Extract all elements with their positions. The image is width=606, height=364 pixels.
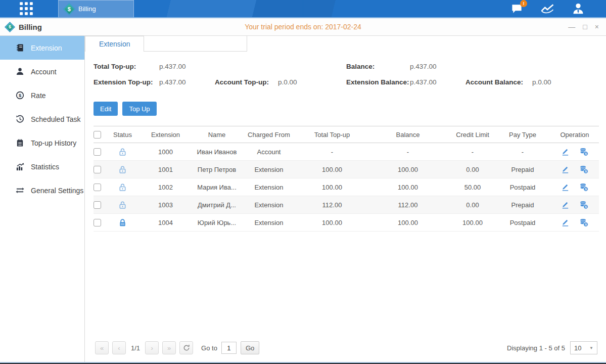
table-row[interactable]: 1001 Петр Петров Extension 100.00 100.00…	[94, 161, 599, 178]
column-header-extension: Extension	[136, 131, 195, 139]
billing-window-icon: $	[5, 21, 15, 32]
edit-button[interactable]: Edit	[94, 102, 118, 116]
balance-cell: 112.00	[365, 201, 450, 209]
page-size-select[interactable]: 10 ▼	[570, 341, 597, 354]
table-row[interactable]: 1003 Дмитрий Д... Extension 112.00 112.0…	[94, 196, 599, 214]
topup-coins-icon[interactable]: $	[579, 218, 589, 228]
total-topup-label: Total Top-up:	[94, 63, 159, 70]
sidebar-item-general-settings[interactable]: General Settings	[0, 178, 84, 202]
charged-from-cell: Extension	[239, 201, 299, 209]
pay-type-cell: -	[495, 148, 550, 156]
edit-icon[interactable]	[561, 165, 570, 174]
refresh-button[interactable]	[179, 341, 193, 354]
goto-label: Go to	[201, 344, 217, 352]
table-row[interactable]: 1004 Юрий Юрь... Extension 100.00 100.00…	[94, 214, 599, 232]
tab-strip: Extension	[85, 36, 606, 52]
edit-icon[interactable]	[561, 147, 570, 157]
topup-coins-icon[interactable]: $	[579, 183, 589, 192]
sidebar-item-topup-history[interactable]: Top-up History	[0, 131, 84, 155]
row-checkbox[interactable]	[94, 219, 101, 226]
minimize-icon[interactable]: —	[568, 23, 575, 30]
total-topup-cell: 100.00	[299, 166, 365, 173]
pay-type-cell: Postpaid	[495, 219, 550, 226]
sidebar-item-extension[interactable]: Extension	[0, 36, 84, 60]
status-lock-icon	[118, 218, 127, 227]
account-balance-value: p.0.00	[532, 78, 599, 86]
billing-window: $ Billing !	[0, 0, 606, 364]
edit-icon[interactable]	[561, 183, 570, 192]
prev-page-button[interactable]: ‹	[112, 341, 126, 354]
pay-type-cell: Postpaid	[495, 184, 550, 191]
sidebar-item-rate[interactable]: $ Rate	[0, 83, 84, 107]
maximize-icon[interactable]: □	[583, 23, 587, 30]
close-icon[interactable]: ×	[595, 23, 599, 30]
edit-icon[interactable]	[561, 218, 570, 228]
row-checkbox[interactable]	[94, 148, 101, 156]
total-topup-cell: 100.00	[299, 184, 365, 191]
sidebar-item-account[interactable]: Account	[0, 60, 84, 83]
next-page-button[interactable]: ›	[145, 341, 159, 354]
total-topup-cell: 112.00	[299, 201, 365, 209]
balance-value: p.437.00	[410, 63, 465, 70]
last-page-button[interactable]: »	[162, 341, 176, 354]
page-indicator: 1/1	[131, 344, 140, 352]
svg-text:$: $	[585, 222, 587, 226]
tab-extension[interactable]: Extension	[85, 36, 144, 52]
table-row[interactable]: 1000 Иван Иванов Account - - - - $	[94, 143, 599, 161]
trial-notice: Your trial period ends on: 2017-02-24	[0, 23, 606, 31]
balance-cell: 100.00	[365, 184, 450, 191]
extension-cell: 1004	[136, 219, 195, 226]
sidebar-item-scheduled-task[interactable]: Scheduled Task	[0, 107, 84, 131]
dollar-circle-icon: $	[15, 91, 24, 100]
row-checkbox[interactable]	[94, 166, 101, 173]
status-lock-icon	[118, 148, 127, 156]
displaying-text: Displaying 1 - 5 of 5	[507, 344, 565, 352]
sidebar-item-label: Scheduled Task	[31, 115, 81, 123]
column-header-credit-limit: Credit Limit	[450, 131, 495, 139]
table-row[interactable]: 1002 Мария Ива... Extension 100.00 100.0…	[94, 178, 599, 196]
swap-arrows-icon	[15, 186, 24, 195]
sidebar-item-statistics[interactable]: Statistics	[0, 155, 84, 178]
extension-topup-value: p.437.00	[159, 78, 215, 86]
top-up-button[interactable]: Top Up	[122, 102, 156, 116]
billing-app-icon: $	[63, 3, 75, 15]
bar-chart-icon	[15, 162, 24, 171]
topup-coins-icon[interactable]: $	[579, 165, 589, 174]
first-page-button[interactable]: «	[95, 341, 109, 354]
pagination-bar: « ‹ 1/1 › » Go to Go Display	[94, 339, 599, 362]
window-titlebar: $ Billing Your trial period ends on: 201…	[0, 18, 606, 36]
go-button[interactable]: Go	[241, 341, 259, 354]
row-checkbox[interactable]	[94, 201, 101, 209]
column-header-pay-type: Pay Type	[495, 131, 550, 139]
page-size-value: 10	[574, 344, 581, 352]
row-checkbox[interactable]	[94, 184, 101, 191]
name-cell: Юрий Юрь...	[195, 219, 239, 226]
topup-coins-icon[interactable]: $	[579, 147, 589, 157]
line-chart-icon[interactable]	[540, 3, 554, 15]
goto-page-input[interactable]	[221, 342, 237, 354]
messages-icon[interactable]: !	[510, 3, 523, 15]
topup-coins-icon[interactable]: $	[579, 200, 589, 210]
charged-from-cell: Extension	[239, 219, 299, 226]
svg-text:$: $	[585, 152, 587, 155]
account-topup-value: p.0.00	[278, 78, 346, 86]
sidebar-item-label: Account	[31, 68, 57, 76]
status-lock-icon	[118, 165, 127, 174]
column-header-total-topup: Total Top-up	[299, 131, 365, 139]
sidebar: Extension Account $ Rate	[0, 36, 85, 362]
tab-strip-filler	[144, 36, 247, 52]
window-controls: — □ ×	[568, 23, 599, 30]
window-title: Billing	[19, 23, 42, 31]
extension-topup-label: Extension Top-up:	[94, 78, 159, 86]
taskbar: $ Billing !	[0, 0, 606, 18]
balance-cell: 100.00	[365, 219, 450, 226]
edit-icon[interactable]	[561, 200, 570, 210]
person-icon	[15, 67, 24, 76]
app-grid-icon[interactable]	[15, 0, 38, 17]
column-header-operation: Operation	[550, 131, 599, 139]
select-all-checkbox[interactable]	[94, 131, 101, 139]
status-lock-icon	[118, 201, 127, 209]
sidebar-item-label: Top-up History	[31, 139, 76, 147]
taskbar-billing-tab[interactable]: $ Billing	[58, 0, 134, 17]
user-icon[interactable]	[572, 2, 585, 15]
